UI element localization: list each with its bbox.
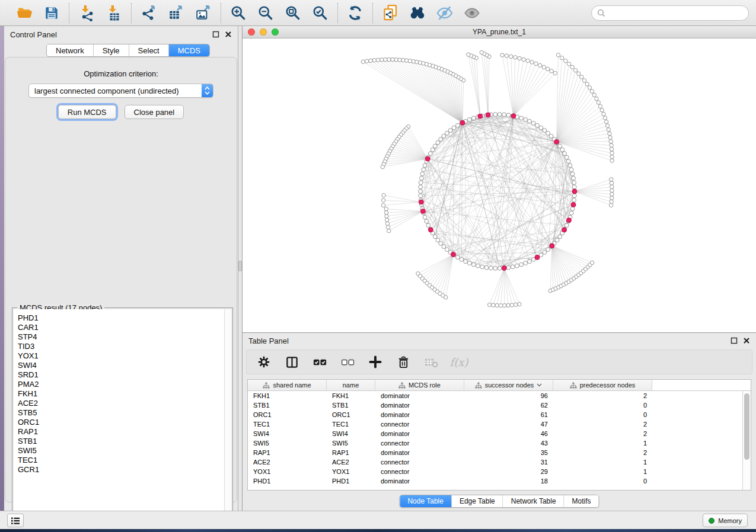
binoculars-button[interactable] <box>409 4 426 22</box>
tab-node-table[interactable]: Node Table <box>400 495 452 507</box>
close-panel-icon[interactable] <box>743 337 750 344</box>
table-scrollbar-thumb[interactable] <box>744 393 749 460</box>
column-header[interactable]: shared name <box>248 380 327 390</box>
network-node <box>535 123 540 127</box>
export-image-button[interactable] <box>194 4 212 22</box>
mcds-result-list[interactable]: PHD1CAR1STP4TID3YOX1SWI4SRD1PMA2FKH1ACE2… <box>14 309 224 526</box>
close-panel-icon[interactable] <box>225 31 232 38</box>
table-row[interactable]: ORC1ORC1dominator610 <box>248 410 751 419</box>
tab-network-table[interactable]: Network Table <box>503 495 564 507</box>
memory-button[interactable]: Memory <box>703 514 748 527</box>
network-node <box>546 131 550 135</box>
mcds-result-item[interactable]: PMA2 <box>18 380 224 389</box>
network-window-titlebar[interactable]: YPA_prune.txt_1 <box>243 26 756 39</box>
mcds-result-item[interactable]: RAP1 <box>18 427 224 437</box>
table-cell: YOX1 <box>248 467 327 476</box>
zoom-selected-button[interactable] <box>311 4 329 22</box>
function-builder-button[interactable]: f(x) <box>451 354 467 370</box>
network-canvas[interactable] <box>243 39 756 332</box>
mcds-result-item[interactable]: FKH1 <box>18 389 224 399</box>
save-session-button[interactable] <box>43 4 60 22</box>
table-row[interactable]: STB1STB1dominator620 <box>248 400 751 410</box>
delete-column-button[interactable] <box>395 354 411 370</box>
column-header[interactable]: predecessor nodes <box>553 380 652 390</box>
mcds-result-item[interactable]: STB5 <box>18 408 224 418</box>
network-node <box>564 223 569 227</box>
table-row[interactable]: PHD1PHD1dominator180 <box>248 476 751 486</box>
zoom-fit-button[interactable] <box>284 4 302 22</box>
mcds-result-scrollbar[interactable] <box>224 309 231 526</box>
add-column-button[interactable] <box>368 354 383 370</box>
mcds-result-item[interactable]: SWI5 <box>18 446 224 456</box>
clone-network-button[interactable] <box>381 4 399 22</box>
float-panel-icon[interactable] <box>731 337 738 344</box>
mcds-result-item[interactable]: SWI4 <box>18 361 224 370</box>
table-row[interactable]: ACE2ACE2connector311 <box>248 457 751 467</box>
chevron-down-icon[interactable] <box>537 383 542 387</box>
search-input[interactable] <box>609 9 743 17</box>
network-hub-node <box>572 189 577 194</box>
tab-mcds[interactable]: MCDS <box>169 44 209 56</box>
table-cell: 61 <box>464 410 553 419</box>
mcds-result-item[interactable]: ACE2 <box>18 399 224 408</box>
network-node <box>605 124 609 127</box>
export-network-button[interactable] <box>140 4 158 22</box>
optimization-criterion-select[interactable]: largest connected component (undirected) <box>28 84 213 98</box>
refresh-button[interactable] <box>346 4 364 22</box>
table-row[interactable]: FKH1FKH1dominator962 <box>248 391 751 400</box>
table-scrollbar[interactable] <box>742 391 751 490</box>
window-maximize-icon[interactable] <box>272 28 279 36</box>
table-row[interactable]: SWI4SWI4dominator462 <box>248 429 751 438</box>
zoom-out-button[interactable] <box>257 4 275 22</box>
mcds-result-item[interactable]: PHD1 <box>18 313 224 323</box>
unselect-all-button[interactable] <box>340 354 355 370</box>
select-all-button[interactable] <box>312 354 327 370</box>
table-row[interactable]: YOX1YOX1connector291 <box>248 467 751 476</box>
column-header[interactable]: MCDS role <box>375 380 464 390</box>
close-panel-button[interactable]: Close panel <box>125 105 184 119</box>
run-mcds-button[interactable]: Run MCDS <box>58 105 116 119</box>
zoom-in-button[interactable] <box>229 4 247 22</box>
float-panel-icon[interactable] <box>212 31 219 38</box>
mcds-result-item[interactable]: CAR1 <box>18 323 224 332</box>
window-minimize-icon[interactable] <box>260 28 267 36</box>
tab-style[interactable]: Style <box>94 44 129 56</box>
export-table-button[interactable] <box>167 4 185 22</box>
export-table-icon <box>168 5 184 21</box>
import-network-button[interactable] <box>78 4 95 22</box>
mcds-panel: Optimization criterion: largest connecte… <box>5 57 237 502</box>
hide-selected-button[interactable] <box>436 4 454 22</box>
mcds-result-item[interactable]: TEC1 <box>18 456 224 465</box>
table-options-button[interactable] <box>256 354 272 370</box>
network-node <box>590 89 594 93</box>
mcds-result-item[interactable]: TID3 <box>18 342 224 351</box>
mcds-result-item[interactable]: SRD1 <box>18 370 224 380</box>
mcds-result-item[interactable]: YOX1 <box>18 351 224 361</box>
tab-motifs[interactable]: Motifs <box>564 495 599 507</box>
network-node <box>569 168 573 172</box>
mcds-result-item[interactable]: GCR1 <box>18 465 224 475</box>
table-row[interactable]: RAP1RAP1dominator352 <box>248 448 751 457</box>
tab-select[interactable]: Select <box>129 44 169 56</box>
show-all-button[interactable] <box>463 4 481 22</box>
column-header[interactable]: name <box>327 380 375 390</box>
import-table-button[interactable] <box>105 4 123 22</box>
mcds-result-item[interactable]: STB1 <box>18 437 224 446</box>
tab-network[interactable]: Network <box>47 44 94 56</box>
network-node <box>610 188 614 192</box>
show-panels-button[interactable] <box>7 514 24 527</box>
delete-table-button[interactable] <box>423 354 439 370</box>
column-type-icon <box>475 382 482 389</box>
open-file-button[interactable] <box>15 4 33 22</box>
mcds-result-item[interactable]: ORC1 <box>18 418 224 427</box>
tab-edge-table[interactable]: Edge Table <box>452 495 503 507</box>
table-row[interactable]: TEC1TEC1connector472 <box>248 419 751 429</box>
column-header[interactable]: successor nodes <box>464 380 553 390</box>
split-table-button[interactable] <box>284 354 299 370</box>
table-row[interactable]: SWI5SWI5connector431 <box>248 438 751 448</box>
column-header-label: shared name <box>273 382 311 389</box>
network-search-field[interactable] <box>591 5 749 21</box>
window-close-icon[interactable] <box>248 28 255 36</box>
network-node <box>604 120 608 123</box>
mcds-result-item[interactable]: STP4 <box>18 332 224 342</box>
